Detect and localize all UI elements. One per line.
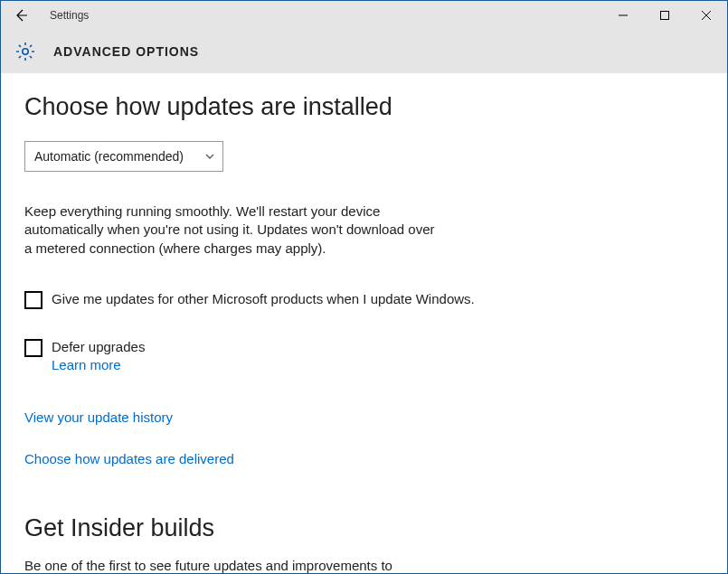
page-header: ADVANCED OPTIONS (1, 30, 727, 73)
gear-icon (14, 40, 37, 63)
checkbox-other-products[interactable] (24, 291, 43, 309)
content-area: Choose how updates are installed Automat… (1, 73, 727, 574)
close-button[interactable] (685, 1, 727, 30)
minimize-icon (619, 11, 628, 20)
maximize-button[interactable] (644, 1, 685, 30)
checkbox-defer-label: Defer upgrades (52, 338, 145, 356)
back-button[interactable] (8, 3, 33, 28)
minimize-button[interactable] (602, 1, 644, 30)
app-title: Settings (50, 9, 89, 22)
checkbox-other-products-label: Give me updates for other Microsoft prod… (52, 290, 475, 308)
install-mode-description: Keep everything running smoothly. We'll … (24, 202, 440, 258)
back-arrow-icon (14, 8, 28, 23)
section-heading-insider: Get Insider builds (24, 514, 704, 542)
page-title: ADVANCED OPTIONS (53, 44, 199, 59)
svg-point-1 (23, 49, 28, 54)
checkbox-row-defer: Defer upgrades Learn more (24, 338, 513, 374)
insider-description: Be one of the first to see future update… (24, 557, 440, 574)
maximize-icon (660, 11, 669, 20)
svg-rect-0 (661, 12, 669, 20)
chevron-down-icon (204, 151, 215, 162)
delivery-optimization-link[interactable]: Choose how updates are delivered (24, 451, 234, 466)
install-mode-dropdown[interactable]: Automatic (recommended) (24, 141, 223, 172)
dropdown-selected-value: Automatic (recommended) (34, 149, 184, 164)
titlebar: Settings (1, 1, 727, 30)
close-icon (702, 11, 711, 20)
learn-more-link[interactable]: Learn more (52, 357, 121, 372)
update-history-link[interactable]: View your update history (24, 409, 173, 425)
checkbox-defer-upgrades[interactable] (24, 339, 43, 357)
section-heading-updates: Choose how updates are installed (24, 93, 704, 121)
checkbox-row-other-products: Give me updates for other Microsoft prod… (24, 290, 513, 309)
